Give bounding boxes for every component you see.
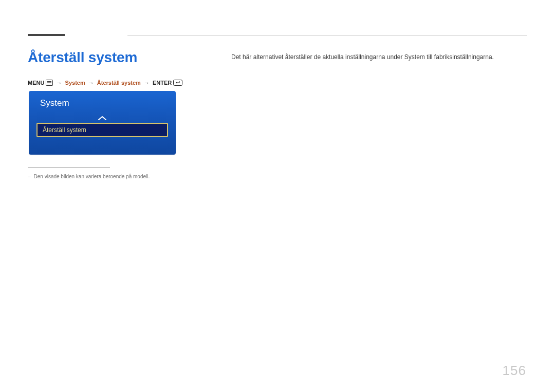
footnote-dash: – (28, 174, 31, 179)
header-rule-short (28, 34, 65, 36)
breadcrumb: MENU → System → Återställ system → ENTER (28, 79, 182, 87)
osd-selected-label: Återställ system (43, 126, 86, 134)
breadcrumb-menu-label: MENU (28, 80, 44, 86)
footnote: –Den visade bilden kan variera beroende … (28, 174, 150, 179)
osd-panel: System Återställ system (29, 91, 176, 155)
note-rule (28, 167, 110, 168)
arrow-icon: → (88, 80, 94, 86)
breadcrumb-reset: Återställ system (97, 80, 141, 86)
breadcrumb-system: System (65, 80, 85, 86)
chevron-up-icon[interactable] (98, 114, 107, 123)
menu-icon (46, 80, 53, 86)
page-description: Det här alternativet återställer de aktu… (231, 52, 494, 62)
osd-selected-row[interactable]: Återställ system (36, 123, 168, 137)
page-title: Återställ system (28, 49, 137, 66)
breadcrumb-enter-label: ENTER (153, 80, 172, 86)
page-number: 156 (503, 363, 526, 379)
page-root: Återställ system Det här alternativet åt… (0, 0, 555, 392)
osd-panel-title: System (40, 98, 69, 108)
header-rule-long (127, 35, 527, 35)
footnote-text: Den visade bilden kan variera beroende p… (34, 174, 150, 179)
arrow-icon: → (144, 80, 150, 86)
enter-icon (173, 80, 182, 86)
arrow-icon: → (57, 80, 62, 86)
